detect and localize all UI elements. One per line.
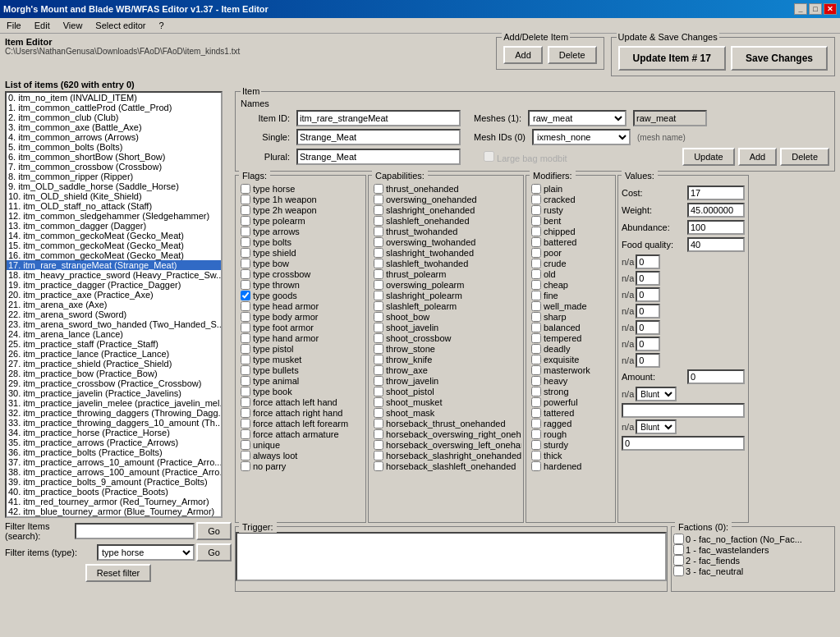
- list-item[interactable]: 12. itm_common_sledgehammer (Sledgehamme…: [7, 211, 221, 221]
- modifier-checkbox-26[interactable]: [531, 461, 541, 471]
- capability-checkbox-22[interactable]: [374, 419, 383, 428]
- flag-checkbox-23[interactable]: [241, 429, 250, 439]
- capability-checkbox-5[interactable]: [374, 237, 383, 247]
- mesh-update-button[interactable]: Update: [682, 148, 734, 166]
- capability-checkbox-8[interactable]: [374, 269, 383, 279]
- list-item[interactable]: 38. itm_practice_arrows_100_amount (Prac…: [7, 467, 221, 477]
- menu-file[interactable]: File: [3, 20, 25, 31]
- faction-checkbox-2[interactable]: [673, 555, 684, 566]
- weight-input[interactable]: [687, 203, 745, 218]
- list-item[interactable]: 1. itm_common_cattleProd (Cattle_Prod): [7, 103, 221, 112]
- modifier-checkbox-12[interactable]: [531, 312, 541, 322]
- modifier-checkbox-16[interactable]: [531, 355, 541, 364]
- modifier-checkbox-0[interactable]: [531, 184, 541, 194]
- single-input[interactable]: [296, 129, 461, 145]
- list-item[interactable]: 9. itm_OLD_saddle_horse (Saddle_Horse): [7, 181, 221, 191]
- na-input-1[interactable]: [636, 254, 660, 269]
- flag-checkbox-21[interactable]: [241, 408, 250, 418]
- flag-checkbox-13[interactable]: [241, 323, 250, 332]
- list-item[interactable]: 42. itm_blue_tourney_armor (Blue_Tourney…: [7, 506, 221, 516]
- list-item[interactable]: 2. itm_common_club (Club): [7, 112, 221, 122]
- capability-checkbox-9[interactable]: [374, 280, 383, 290]
- list-item[interactable]: 17. itm_rare_strangeMeat (Strange_Meat): [7, 260, 221, 270]
- flag-checkbox-24[interactable]: [241, 440, 250, 450]
- list-item[interactable]: 26. itm_practice_lance (Practice_Lance): [7, 349, 221, 359]
- flag-checkbox-4[interactable]: [241, 227, 250, 236]
- list-item[interactable]: 11. itm_OLD_staff_no_attack (Staff): [7, 201, 221, 211]
- plural-input[interactable]: [296, 149, 461, 165]
- list-item[interactable]: 36. itm_practice_bolts (Practice_Bolts): [7, 447, 221, 457]
- capability-checkbox-18[interactable]: [374, 376, 383, 386]
- capability-checkbox-15[interactable]: [374, 344, 383, 354]
- capability-checkbox-17[interactable]: [374, 365, 383, 375]
- save-changes-button[interactable]: Save Changes: [731, 46, 828, 71]
- flag-checkbox-20[interactable]: [241, 397, 250, 407]
- list-item[interactable]: 24. itm_arena_lance (Lance): [7, 329, 221, 339]
- flag-checkbox-0[interactable]: [241, 184, 250, 194]
- capability-checkbox-26[interactable]: [374, 461, 383, 471]
- delete-item-button[interactable]: Delete: [548, 46, 597, 64]
- modifier-checkbox-7[interactable]: [531, 259, 541, 268]
- abundance-input[interactable]: [687, 220, 745, 235]
- modifier-checkbox-3[interactable]: [531, 216, 541, 226]
- modifier-checkbox-4[interactable]: [531, 227, 541, 236]
- capability-checkbox-7[interactable]: [374, 259, 383, 268]
- mesh-add-button[interactable]: Add: [738, 148, 778, 166]
- na-input-4[interactable]: [636, 304, 660, 318]
- list-item[interactable]: 37. itm_practice_arrows_10_amount (Pract…: [7, 457, 221, 467]
- capability-checkbox-23[interactable]: [374, 429, 383, 439]
- modifier-checkbox-24[interactable]: [531, 440, 541, 450]
- filter-type-go-button[interactable]: Go: [196, 543, 232, 561]
- modifier-checkbox-25[interactable]: [531, 451, 541, 461]
- list-item[interactable]: 32. itm_practice_throwing_daggers (Throw…: [7, 408, 221, 418]
- list-item[interactable]: 21. itm_arena_axe (Axe): [7, 300, 221, 309]
- flag-checkbox-22[interactable]: [241, 419, 250, 428]
- flag-checkbox-12[interactable]: [241, 312, 250, 322]
- modifier-checkbox-11[interactable]: [531, 301, 541, 311]
- flag-checkbox-18[interactable]: [241, 376, 250, 386]
- capability-checkbox-21[interactable]: [374, 408, 383, 418]
- items-listbox[interactable]: 0. itm_no_item (INVALID_ITEM)1. itm_comm…: [5, 91, 223, 518]
- meshes-select[interactable]: raw_meat: [528, 110, 627, 126]
- reset-filter-button[interactable]: Reset filter: [85, 564, 152, 582]
- list-item[interactable]: 10. itm_OLD_shield (Kite_Shield): [7, 191, 221, 201]
- list-item[interactable]: 22. itm_arena_sword (Sword): [7, 309, 221, 319]
- capability-checkbox-12[interactable]: [374, 312, 383, 322]
- filter-type-select[interactable]: type horse type 1h weapon type 2h weapon…: [97, 544, 195, 561]
- mesh-delete-button[interactable]: Delete: [780, 148, 829, 166]
- faction-checkbox-3[interactable]: [673, 566, 684, 576]
- list-item[interactable]: 18. itm_heavy_practice_sword (Heavy_Prac…: [7, 270, 221, 280]
- list-item[interactable]: 8. itm_common_ripper (Ripper): [7, 172, 221, 181]
- modifier-checkbox-10[interactable]: [531, 291, 541, 300]
- list-item[interactable]: 34. itm_practice_horse (Practice_Horse): [7, 428, 221, 438]
- list-item[interactable]: 23. itm_arena_sword_two_handed (Two_Hand…: [7, 319, 221, 329]
- amount-input[interactable]: [687, 369, 745, 384]
- capability-checkbox-4[interactable]: [374, 227, 383, 236]
- flag-checkbox-16[interactable]: [241, 355, 250, 364]
- list-item[interactable]: 29. itm_practice_crossbow (Practice_Cros…: [7, 378, 221, 388]
- capability-checkbox-1[interactable]: [374, 195, 383, 204]
- list-item[interactable]: 7. itm_common_crossbow (Crossbow): [7, 162, 221, 172]
- list-item[interactable]: 39. itm_practice_bolts_9_amount (Practic…: [7, 477, 221, 487]
- list-item[interactable]: 31. itm_practice_javelin_melee (practice…: [7, 398, 221, 408]
- blunt-input-2[interactable]: [622, 436, 745, 451]
- list-item[interactable]: 20. itm_practice_axe (Practice_Axe): [7, 290, 221, 300]
- capability-checkbox-0[interactable]: [374, 184, 383, 194]
- minimize-button[interactable]: _: [794, 3, 807, 15]
- filter-search-input[interactable]: [75, 523, 195, 539]
- flag-checkbox-25[interactable]: [241, 451, 250, 461]
- modifier-checkbox-19[interactable]: [531, 387, 541, 396]
- item-id-input[interactable]: [296, 110, 461, 126]
- list-item[interactable]: 3. itm_common_axe (Battle_Axe): [7, 122, 221, 132]
- cost-input[interactable]: [687, 186, 745, 200]
- list-item[interactable]: 40. itm_practice_boots (Practice_Boots): [7, 487, 221, 497]
- capability-checkbox-6[interactable]: [374, 248, 383, 258]
- modifier-checkbox-13[interactable]: [531, 323, 541, 332]
- na-input-2[interactable]: [636, 271, 660, 286]
- faction-checkbox-0[interactable]: [673, 534, 684, 544]
- flag-checkbox-2[interactable]: [241, 205, 250, 215]
- menu-view[interactable]: View: [60, 20, 86, 31]
- food-quality-input[interactable]: [687, 237, 745, 252]
- large-bag-checkbox[interactable]: [484, 151, 494, 162]
- modifier-checkbox-8[interactable]: [531, 269, 541, 279]
